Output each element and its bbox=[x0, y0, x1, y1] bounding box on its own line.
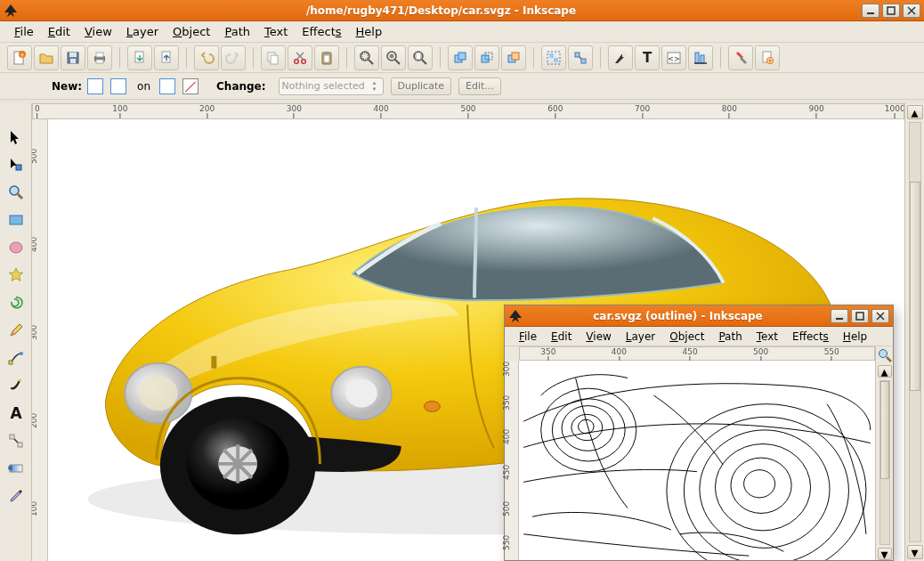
document-properties-button[interactable] bbox=[755, 45, 780, 70]
svg-point-62 bbox=[20, 352, 23, 355]
main-titlebar: /home/rugby471/Desktop/car.svgz - Inksca… bbox=[0, 0, 924, 21]
menu-file[interactable]: File bbox=[9, 23, 39, 40]
svg-point-18 bbox=[295, 59, 299, 63]
menu-edit[interactable]: Edit bbox=[43, 23, 76, 40]
outline-menu-edit[interactable]: Edit bbox=[546, 329, 577, 345]
svg-rect-2 bbox=[888, 7, 895, 14]
text-tool[interactable]: A bbox=[4, 401, 28, 426]
zoom-fit-selection-button[interactable] bbox=[354, 45, 379, 70]
spiral-tool[interactable] bbox=[4, 290, 28, 315]
fill-stroke-button[interactable] bbox=[608, 45, 633, 70]
zoom-fit-page-button[interactable] bbox=[408, 45, 433, 70]
menu-view[interactable]: View bbox=[79, 23, 118, 40]
outline-menu-file[interactable]: File bbox=[514, 329, 542, 345]
star-tool[interactable] bbox=[4, 263, 28, 288]
svg-line-89 bbox=[877, 313, 884, 320]
redo-button[interactable] bbox=[221, 45, 246, 70]
undo-button[interactable] bbox=[194, 45, 219, 70]
xml-editor-button[interactable]: <> bbox=[661, 45, 686, 70]
save-document-button[interactable] bbox=[61, 45, 85, 70]
outline-menu-text[interactable]: Text bbox=[751, 329, 783, 345]
outline-scroll-down-button[interactable]: ▾ bbox=[878, 548, 892, 560]
zoom-fit-drawing-button[interactable] bbox=[381, 45, 406, 70]
toolbar-separator bbox=[253, 47, 254, 69]
rectangle-tool[interactable] bbox=[4, 207, 28, 232]
duplicate-button-tc[interactable]: Duplicate bbox=[391, 77, 451, 95]
outline-scroll-track[interactable] bbox=[879, 380, 890, 545]
svg-text:+: + bbox=[20, 52, 25, 59]
zoom-icon[interactable] bbox=[878, 348, 892, 362]
menu-path[interactable]: Path bbox=[219, 23, 255, 40]
outline-menu-layer[interactable]: Layer bbox=[620, 329, 661, 345]
outline-menu-view[interactable]: View bbox=[580, 329, 616, 345]
menu-layer[interactable]: Layer bbox=[121, 23, 164, 40]
text-dialog-button[interactable]: T bbox=[635, 45, 660, 70]
menu-effects[interactable]: Effects bbox=[296, 23, 346, 40]
scroll-track[interactable] bbox=[909, 122, 921, 542]
edit-button-tc[interactable]: Edit... bbox=[458, 77, 501, 95]
outline-scroll-thumb[interactable] bbox=[880, 381, 889, 479]
ungroup-button[interactable] bbox=[568, 45, 593, 70]
node-tool[interactable] bbox=[4, 152, 28, 177]
svg-rect-27 bbox=[362, 53, 368, 59]
scroll-thumb[interactable] bbox=[910, 182, 920, 391]
dropper-tool[interactable] bbox=[4, 484, 28, 508]
outline-scroll-up-button[interactable]: ▴ bbox=[878, 365, 892, 378]
outline-minimize-button[interactable] bbox=[831, 309, 848, 323]
svg-rect-17 bbox=[271, 55, 278, 64]
zoom-tool[interactable] bbox=[4, 180, 28, 205]
menu-object[interactable]: Object bbox=[167, 23, 215, 40]
paste-button[interactable] bbox=[314, 45, 339, 70]
outline-canvas[interactable] bbox=[519, 361, 875, 560]
outline-close-button[interactable] bbox=[871, 309, 889, 323]
maximize-button[interactable] bbox=[882, 4, 900, 18]
open-document-button[interactable] bbox=[34, 45, 59, 70]
vertical-scrollbar[interactable]: ▴ ▾ bbox=[904, 103, 924, 561]
svg-point-102 bbox=[879, 350, 887, 358]
svg-line-90 bbox=[877, 313, 884, 320]
import-button[interactable] bbox=[127, 45, 152, 70]
on-swatch-2[interactable] bbox=[182, 78, 199, 94]
clone-button[interactable] bbox=[474, 45, 499, 70]
outline-vertical-scrollbar[interactable]: ▴ ▾ bbox=[875, 346, 893, 560]
outline-vertical-ruler: 300 350 400 450 500 550 bbox=[505, 361, 519, 560]
ellipse-tool[interactable] bbox=[4, 235, 28, 260]
selection-dropdown[interactable]: Nothing selected ▴▾ bbox=[279, 77, 384, 95]
group-button[interactable] bbox=[541, 45, 566, 70]
selection-dropdown-text: Nothing selected bbox=[282, 80, 365, 92]
scroll-up-button[interactable]: ▴ bbox=[907, 105, 923, 119]
pencil-tool[interactable] bbox=[4, 318, 28, 343]
outline-menu-object[interactable]: Object bbox=[664, 329, 709, 345]
on-swatch-1[interactable] bbox=[159, 78, 175, 94]
connector-tool[interactable] bbox=[4, 428, 28, 453]
gradient-tool[interactable] bbox=[4, 456, 28, 481]
print-button[interactable] bbox=[87, 45, 112, 70]
export-button[interactable] bbox=[154, 45, 179, 70]
unlink-clone-button[interactable] bbox=[501, 45, 526, 70]
calligraphy-tool[interactable] bbox=[4, 373, 28, 398]
inkscape-app-icon bbox=[4, 4, 18, 18]
menu-text[interactable]: Text bbox=[259, 23, 293, 40]
new-swatch-2[interactable] bbox=[110, 78, 126, 94]
copy-button[interactable] bbox=[261, 45, 286, 70]
new-document-button[interactable]: + bbox=[7, 45, 32, 70]
scroll-down-button[interactable]: ▾ bbox=[907, 545, 923, 559]
cut-button[interactable] bbox=[288, 45, 312, 70]
menu-help[interactable]: Help bbox=[351, 23, 388, 40]
outline-menu-path[interactable]: Path bbox=[713, 329, 747, 345]
preferences-button[interactable] bbox=[728, 45, 753, 70]
bezier-tool[interactable] bbox=[4, 346, 28, 370]
align-distribute-button[interactable] bbox=[688, 45, 713, 70]
main-toolbar: + T <> bbox=[0, 43, 924, 73]
toolbar-separator bbox=[346, 47, 347, 69]
toolbar-separator bbox=[119, 47, 120, 69]
new-swatch-1[interactable] bbox=[87, 78, 103, 94]
duplicate-button[interactable] bbox=[448, 45, 473, 70]
minimize-button[interactable] bbox=[862, 4, 879, 18]
svg-rect-51 bbox=[701, 55, 704, 63]
outline-menu-help[interactable]: Help bbox=[838, 329, 872, 345]
outline-menu-effects[interactable]: Effects bbox=[787, 329, 834, 345]
close-button[interactable] bbox=[903, 4, 920, 18]
outline-maximize-button[interactable] bbox=[851, 309, 869, 323]
selector-tool[interactable] bbox=[4, 125, 28, 150]
